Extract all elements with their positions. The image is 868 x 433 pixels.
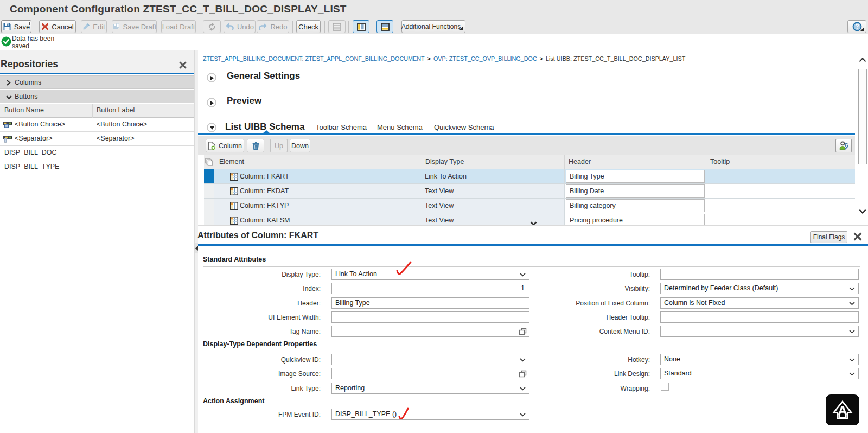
row-selector-cell[interactable]: [204, 213, 214, 225]
repo-row-disp-bill-type[interactable]: DISP_BILL_TYPE: [0, 160, 194, 174]
tooltip-cell[interactable]: [706, 169, 855, 184]
ime-translate-icon: [831, 399, 854, 421]
column-header-header[interactable]: Header: [565, 155, 706, 169]
content-scrollbar[interactable]: [857, 50, 868, 225]
repositories-close-icon[interactable]: [178, 61, 187, 69]
edit-button[interactable]: Edit: [81, 20, 107, 33]
redo-button[interactable]: Redo: [257, 20, 289, 33]
header-field-input[interactable]: Billing Type: [331, 297, 529, 309]
additional-functions-button[interactable]: Additional Functions: [401, 20, 465, 33]
scrollbar-thumb[interactable]: [858, 69, 867, 164]
scroll-down-icon[interactable]: [859, 209, 866, 214]
header-input[interactable]: Billing Date: [566, 184, 705, 198]
column-header-display-type[interactable]: Display Type: [422, 155, 565, 169]
header-cell: Pricing procedure: [565, 213, 706, 225]
save-draft-button[interactable]: Save Draft: [112, 20, 157, 33]
toolbar-separator: [267, 140, 267, 151]
fixed-column-select[interactable]: Column is Not Fixed: [660, 297, 859, 309]
element-cell[interactable]: Column: KALSM: [214, 213, 422, 225]
preview-toggle[interactable]: [207, 98, 216, 107]
general-settings-toggle[interactable]: [207, 73, 216, 82]
select-all-header-cell[interactable]: [204, 155, 214, 169]
fpm-event-id-select[interactable]: DISP_BILL_TYPE (): [331, 409, 529, 420]
fixed-column-label: Position of Fixed Column:: [515, 300, 650, 307]
toolbar-separator: [200, 21, 200, 33]
header-tooltip-input[interactable]: [660, 311, 859, 323]
display-type-cell[interactable]: Text View: [422, 184, 565, 199]
row-selector-cell[interactable]: [204, 169, 214, 184]
check-button[interactable]: Check: [296, 20, 321, 33]
repositories-panel: Repositories Columns Buttons Button Name…: [0, 50, 194, 433]
delete-button[interactable]: [247, 139, 264, 152]
display-type-select[interactable]: Link To Action: [331, 269, 529, 280]
move-down-button[interactable]: Down: [290, 139, 310, 152]
tooltip-cell[interactable]: [706, 199, 855, 213]
element-cell[interactable]: Column: FKTYP: [214, 199, 422, 213]
column-header-tooltip[interactable]: Tooltip: [706, 155, 855, 169]
display-type-cell[interactable]: Text View: [422, 213, 565, 225]
move-up-button[interactable]: Up: [270, 139, 288, 152]
repo-row-name: DISP_BILL_TYPE: [4, 160, 59, 174]
attributes-close-icon[interactable]: [853, 232, 862, 241]
layout-bottom-panel-toggle[interactable]: [376, 20, 393, 33]
column-header-element[interactable]: Element: [214, 155, 422, 169]
index-input[interactable]: 1: [331, 283, 529, 294]
repo-row-button-choice[interactable]: <Button Choice> <Button Choice>: [0, 118, 194, 132]
vertical-splitter[interactable]: [194, 50, 198, 433]
ime-overlay-badge[interactable]: [826, 394, 859, 425]
display-type-cell[interactable]: Text View: [422, 199, 565, 213]
header-input[interactable]: Pricing procedure: [566, 214, 705, 225]
wrapping-checkbox[interactable]: [661, 383, 669, 391]
repo-row-separator[interactable]: <Separator> <Separator>: [0, 132, 194, 146]
tooltip-cell[interactable]: [706, 184, 855, 199]
repo-section-columns[interactable]: Columns: [0, 75, 194, 89]
header-input[interactable]: Billing category: [566, 199, 705, 212]
quickview-id-select[interactable]: [331, 354, 529, 365]
ui-element-width-input[interactable]: [331, 311, 529, 323]
separator-icon: [3, 135, 12, 143]
layout-left-panel-toggle[interactable]: [353, 20, 369, 33]
hotkey-select[interactable]: None: [660, 354, 859, 365]
tab-toolbar-schema[interactable]: Toolbar Schema: [316, 123, 367, 131]
image-source-input[interactable]: [331, 368, 529, 379]
personalize-button[interactable]: [835, 139, 852, 152]
tooltip-input[interactable]: [660, 269, 859, 280]
load-draft-button[interactable]: Load Draft: [161, 20, 196, 33]
help-button[interactable]: ?: [847, 20, 866, 33]
add-column-button[interactable]: Column: [206, 139, 244, 152]
breadcrumb-link-ovp[interactable]: OVP: ZTEST_CC_OVP_BILLING_DOC: [433, 55, 537, 62]
fpm-event-id-value: DISP_BILL_TYPE (): [335, 409, 397, 419]
scroll-up-icon[interactable]: [859, 58, 866, 62]
move-down-label: Down: [291, 142, 309, 150]
success-icon: [1, 36, 11, 47]
row-selector-cell[interactable]: [204, 199, 214, 213]
list-uibb-schema-toggle[interactable]: [207, 123, 216, 132]
link-design-select[interactable]: Standard: [660, 368, 859, 379]
repo-section-buttons[interactable]: Buttons: [0, 90, 194, 103]
header-cell: Billing category: [565, 199, 706, 213]
tooltip-cell[interactable]: [706, 213, 855, 225]
element-cell[interactable]: Column: FKART: [214, 169, 422, 184]
breadcrumb-link-application[interactable]: ZTEST_APPL_BILLING_DOCUMENT: ZTEST_APPL_…: [203, 55, 425, 62]
context-menu-select[interactable]: [660, 326, 859, 337]
preview-title: Preview: [227, 95, 261, 106]
row-selector-cell[interactable]: [204, 184, 214, 199]
final-flags-button[interactable]: Final Flags: [810, 231, 847, 243]
cancel-button[interactable]: Cancel: [39, 20, 76, 33]
toolbar-separator: [348, 21, 349, 33]
table-column-icon: [230, 202, 238, 210]
link-type-select[interactable]: Reporting: [331, 383, 529, 394]
layout-single-button[interactable]: [328, 20, 346, 33]
tag-name-input[interactable]: [331, 326, 529, 337]
display-type-cell[interactable]: Link To Action: [422, 169, 565, 184]
visibility-select[interactable]: Determined by Feeder Class (Default): [660, 283, 859, 294]
save-button[interactable]: Save: [1, 20, 31, 33]
dropdown-arrow-icon: [849, 358, 855, 362]
repo-row-disp-bill-doc[interactable]: DISP_BILL_DOC: [0, 146, 194, 160]
refresh-button[interactable]: [203, 20, 221, 33]
undo-button[interactable]: Undo: [224, 20, 256, 33]
tab-menu-schema[interactable]: Menu Schema: [377, 123, 423, 131]
element-cell[interactable]: Column: FKDAT: [214, 184, 422, 199]
tab-quickview-schema[interactable]: Quickview Schema: [434, 123, 494, 131]
header-input[interactable]: Billing Type: [566, 170, 705, 183]
